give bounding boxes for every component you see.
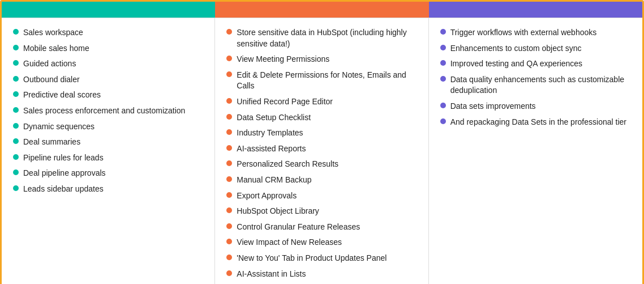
list-item: Guided actions <box>13 58 203 70</box>
list-item: And repackaging Data Sets in the profess… <box>440 117 631 128</box>
bullet-dot <box>440 60 446 66</box>
bullet-dot <box>226 223 232 229</box>
bullet-dot <box>226 145 232 151</box>
sales-col: Sales workspaceMobile sales homeGuided a… <box>2 18 215 284</box>
list-item-text: Pipeline rules for leads <box>23 152 104 164</box>
list-item-text: Improved testing and QA experiences <box>450 58 582 70</box>
list-item-text: Predictive deal scores <box>23 90 101 101</box>
list-item-text: View Impact of New Releases <box>237 237 342 248</box>
list-item-text: Data sets improvements <box>450 101 536 112</box>
list-item-text: AI-Assistant in Lists <box>237 269 306 280</box>
list-item-text: Personalized Search Results <box>237 159 338 170</box>
bullet-dot <box>13 154 19 160</box>
list-item-text: Data quality enhancements such as custom… <box>450 74 631 96</box>
bullet-dot <box>226 207 232 213</box>
list-item: Sales workspace <box>13 27 203 39</box>
list-item: Data Setup Checklist <box>226 112 417 124</box>
list-item-text: Sales process enforcement and customizat… <box>23 105 185 117</box>
list-item-text: AI-assisted Reports <box>237 143 306 155</box>
bullet-dot <box>226 56 232 61</box>
bullet-dot <box>13 60 19 66</box>
header-sales <box>2 2 215 18</box>
list-item-text: Control Granular Feature Releases <box>237 222 360 233</box>
list-item-text: Edit & Delete Permissions for Notes, Ema… <box>237 70 417 92</box>
crm-col: Store sensitive data in HubSpot (includi… <box>215 18 428 284</box>
bullet-dot <box>13 169 19 175</box>
list-item-text: And repackaging Data Sets in the profess… <box>450 117 626 128</box>
list-item: Data sets improvements <box>440 101 631 112</box>
list-item: Unified Record Page Editor <box>226 96 417 108</box>
list-item-text: Unified Record Page Editor <box>237 96 333 108</box>
list-item: Deal summaries <box>13 137 203 148</box>
bullet-dot <box>440 76 446 82</box>
list-item: Personalized Search Results <box>226 159 417 170</box>
header-crm <box>215 2 428 18</box>
list-item: View Impact of New Releases <box>226 237 417 248</box>
list-item: Improved testing and QA experiences <box>440 58 631 70</box>
bullet-dot <box>226 192 232 198</box>
list-item-text: Mobile sales home <box>23 43 89 54</box>
ops-list: Trigger workflows with external webhooks… <box>440 27 631 128</box>
list-item-text: 'New to You' Tab in Product Updates Pane… <box>237 253 387 264</box>
list-item-text: Store sensitive data in HubSpot (includi… <box>237 27 417 49</box>
bullet-dot <box>13 123 19 129</box>
bullet-dot <box>13 76 19 82</box>
header-ops <box>429 2 642 18</box>
list-item: AI-Assistant in Lists <box>226 269 417 280</box>
list-item: Deal pipeline approvals <box>13 168 203 179</box>
list-item-text: Trigger workflows with external webhooks <box>450 27 597 39</box>
bullet-dot <box>440 45 446 50</box>
list-item: Enhancements to custom object sync <box>440 43 631 54</box>
list-item: View Meeting Permissions <box>226 54 417 65</box>
list-item-text: Guided actions <box>23 58 76 70</box>
list-item: Data quality enhancements such as custom… <box>440 74 631 96</box>
list-item-text: Leads sidebar updates <box>23 184 104 195</box>
list-item-text: Industry Templates <box>237 128 303 139</box>
list-item: Pipeline rules for leads <box>13 152 203 164</box>
sales-list: Sales workspaceMobile sales homeGuided a… <box>13 27 203 195</box>
bullet-dot <box>440 118 446 124</box>
list-item: 'New to You' Tab in Product Updates Pane… <box>226 253 417 264</box>
list-item-text: Deal pipeline approvals <box>23 168 106 179</box>
list-item: Manual CRM Backup <box>226 175 417 186</box>
bullet-dot <box>13 45 19 50</box>
bullet-dot <box>226 255 232 260</box>
body-row: Sales workspaceMobile sales homeGuided a… <box>2 18 642 284</box>
list-item: Export Approvals <box>226 190 417 202</box>
crm-list: Store sensitive data in HubSpot (includi… <box>226 27 417 279</box>
list-item: Outbound dialer <box>13 74 203 86</box>
list-item: Trigger workflows with external webhooks <box>440 27 631 39</box>
list-item: Predictive deal scores <box>13 90 203 101</box>
list-item: HubSpot Object Library <box>226 206 417 217</box>
list-item-text: Manual CRM Backup <box>237 175 311 186</box>
bullet-dot <box>226 176 232 182</box>
list-item-text: Dynamic sequences <box>23 121 95 133</box>
bullet-dot <box>226 114 232 120</box>
bullet-dot <box>440 29 446 35</box>
bullet-dot <box>226 239 232 244</box>
bullet-dot <box>226 29 232 35</box>
bullet-dot <box>13 107 19 113</box>
bullet-dot <box>13 91 19 97</box>
bullet-dot <box>226 129 232 135</box>
list-item-text: Enhancements to custom object sync <box>450 43 582 54</box>
main-container: Sales workspaceMobile sales homeGuided a… <box>0 0 644 284</box>
list-item-text: Sales workspace <box>23 27 83 39</box>
list-item: Edit & Delete Permissions for Notes, Ema… <box>226 70 417 92</box>
bullet-dot <box>440 103 446 108</box>
bullet-dot <box>13 29 19 35</box>
bullet-dot <box>226 160 232 166</box>
bullet-dot <box>226 71 232 77</box>
list-item: Dynamic sequences <box>13 121 203 133</box>
list-item-text: Deal summaries <box>23 137 80 148</box>
bullet-dot <box>226 98 232 104</box>
list-item-text: View Meeting Permissions <box>237 54 329 65</box>
list-item: Mobile sales home <box>13 43 203 54</box>
list-item: Industry Templates <box>226 128 417 139</box>
bullet-dot <box>13 185 19 191</box>
list-item: Leads sidebar updates <box>13 184 203 195</box>
list-item: Store sensitive data in HubSpot (includi… <box>226 27 417 49</box>
list-item-text: Outbound dialer <box>23 74 80 86</box>
list-item: AI-assisted Reports <box>226 143 417 155</box>
ops-col: Trigger workflows with external webhooks… <box>429 18 642 284</box>
